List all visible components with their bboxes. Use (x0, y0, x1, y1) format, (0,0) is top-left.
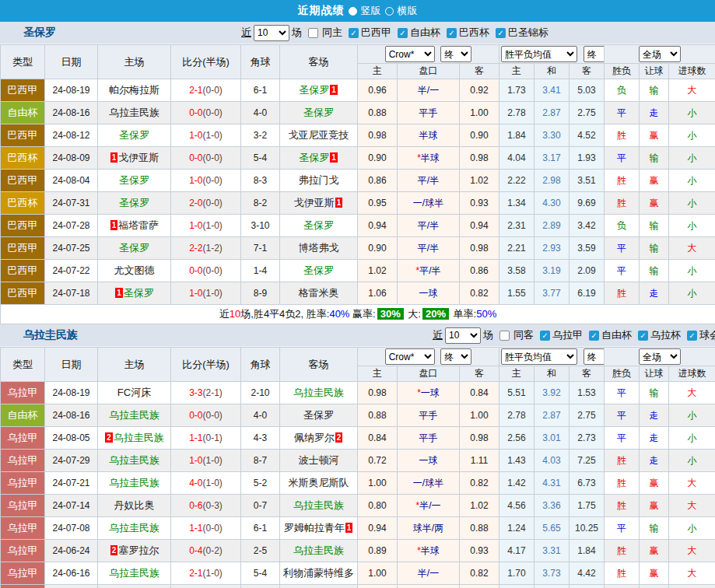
final-mean-select[interactable]: 终 (584, 46, 605, 62)
league-type-cell: 巴西杯 (1, 147, 45, 170)
team-name-link[interactable]: 乌拉圭民族 (293, 544, 344, 556)
league-checkbox[interactable]: ✓ (398, 28, 408, 38)
team-name-link[interactable]: 圣保罗 (303, 264, 334, 276)
col-header-away: 客场 (280, 348, 358, 382)
team-name-link[interactable]: 尤文图德 (114, 264, 155, 276)
mean-draw-cell: 4.30 (534, 192, 570, 215)
same-venue-label: 同客 (513, 328, 534, 342)
date-cell: 24-08-19 (45, 382, 98, 404)
team-name-link[interactable]: 乌拉圭民族 (114, 432, 164, 443)
team-name-link[interactable]: 弗拉门戈 (299, 174, 339, 186)
team-name-link[interactable]: 圣保罗 (119, 129, 149, 141)
league-checkbox[interactable]: ✓ (447, 28, 457, 38)
mean-odds-select[interactable]: 胜平负均值 (501, 348, 577, 365)
col-header-odds-home: 主 (358, 366, 398, 382)
results-table-nacional: 类型 日期 主场 比分(半场) 角球 客场 Crow* 终 胜平负均值 终 全场… (0, 347, 715, 588)
team-name-link[interactable]: 利物浦蒙特维多 (283, 567, 354, 579)
mean-away-cell: 3.59 (570, 237, 605, 260)
team-name-link[interactable]: 圣保罗 (299, 152, 329, 163)
team-name-link[interactable]: 罗姆帕拉青年 (284, 522, 345, 534)
match-count-select[interactable]: 10 (254, 25, 289, 41)
team-name-link[interactable]: 塞罗拉尔 (118, 544, 159, 556)
initial-handicap-star: * (415, 265, 419, 276)
date-cell: 24-06-24 (45, 540, 98, 562)
col-header-handicap-result: 让球 (640, 366, 669, 382)
team-name-link[interactable]: 乌拉圭民族 (109, 454, 159, 466)
goals-over-under-cell: 大 (669, 237, 715, 260)
same-venue-checkbox[interactable] (308, 28, 318, 38)
team-name-link[interactable]: 福塔雷萨 (118, 219, 159, 231)
col-header-handicap: 盘口 (398, 64, 460, 79)
match-scope-select[interactable]: 全场 (639, 46, 681, 62)
team-name-link[interactable]: 帕尔梅拉斯 (109, 84, 159, 96)
team-name-link[interactable]: 乌拉圭民族 (109, 522, 159, 534)
horizontal-layout-radio[interactable] (385, 7, 394, 16)
team-name-link[interactable]: 乌拉圭民族 (293, 499, 344, 511)
home-team-cell: 乌拉圭民族 (98, 472, 171, 495)
team-name-link[interactable]: 圣保罗 (299, 84, 329, 96)
score-cell: 0-0(0-0) (171, 147, 241, 170)
mean-home-cell: 5.53 (499, 585, 534, 588)
team-name-link[interactable]: 米斯奥尼斯队 (289, 477, 349, 488)
league-checkbox[interactable]: ✓ (349, 28, 359, 38)
handicap-result-cell: 走 (640, 427, 669, 450)
col-header-goals: 进球数 (669, 64, 715, 79)
team-name-link[interactable]: 乌拉圭民族 (109, 477, 159, 488)
league-checkbox[interactable]: ✓ (540, 331, 550, 341)
team-name-link[interactable]: 戈伊亚斯 (118, 152, 159, 163)
score-cell: 0-0(0-0) (171, 260, 241, 282)
handicap-result-cell: 输 (640, 237, 669, 260)
match-count-select[interactable]: 10 (445, 327, 481, 344)
team-name-link[interactable]: 波士顿河 (299, 454, 339, 466)
scope-select-group: 全场 (605, 348, 715, 366)
team-name-link[interactable]: 圣保罗 (119, 242, 149, 254)
team-name-link[interactable]: 乌拉圭民族 (109, 409, 159, 421)
league-checkbox[interactable]: ✓ (496, 28, 506, 38)
team-name-link[interactable]: 丹奴比奥 (114, 499, 155, 511)
result-cell: 平 (605, 260, 640, 282)
team-name-link[interactable]: 乌拉圭民族 (293, 387, 344, 398)
result-cell: 平 (605, 404, 640, 427)
team-name-link[interactable]: 格雷米奥 (299, 287, 339, 299)
away-odds-cell: 1.02 (460, 170, 499, 192)
handicap-result-cell: 走 (640, 450, 669, 472)
team-name-link[interactable]: 圣保罗 (124, 287, 154, 299)
team-name-link[interactable]: 乌拉圭民族 (109, 107, 159, 118)
match-scope-select[interactable]: 全场 (639, 348, 681, 365)
league-checkbox[interactable]: ✓ (687, 331, 697, 341)
team-name-link[interactable]: 圣保罗 (303, 107, 334, 118)
team-name-link[interactable]: 乌拉圭民族 (109, 567, 159, 579)
handicap-result-cell: 输 (640, 585, 669, 588)
league-checkbox[interactable]: ✓ (638, 331, 648, 341)
team-name-link[interactable]: FC河床 (117, 387, 151, 398)
team-name-link[interactable]: 圣保罗 (303, 409, 334, 421)
handicap-cell: *平/半 (398, 260, 460, 282)
mean-draw-cell: 3.36 (534, 495, 570, 517)
handicap-result-cell: 走 (640, 404, 669, 427)
date-cell: 24-07-28 (45, 215, 98, 237)
col-header-result: 胜负 (605, 366, 640, 382)
col-header-away: 客场 (280, 45, 358, 79)
final-mean-select[interactable]: 终 (584, 348, 605, 365)
bookmaker-select[interactable]: Crow* (385, 46, 435, 62)
vertical-layout-radio[interactable] (349, 7, 357, 16)
team-name-link[interactable]: 戈伊亚斯 (294, 197, 335, 208)
team-name-link[interactable]: 圣保罗 (119, 174, 149, 186)
mean-odds-select[interactable]: 胜平负均值 (501, 46, 577, 62)
team-name-link[interactable]: 圣保罗 (119, 197, 149, 208)
col-header-type: 类型 (1, 45, 45, 79)
mean-draw-cell: 2.93 (534, 237, 570, 260)
league-checkbox[interactable]: ✓ (589, 331, 599, 341)
section-bar-nacional: 乌拉圭民族 近 10 场 同客 ✓ 乌拉甲 ✓ 自由杯 ✓ 乌拉杯 ✓ 球会友谊 (0, 324, 715, 347)
match-row: 乌拉甲24-08-19FC河床3-3(2-1)2-10乌拉圭民族0.98*一球0… (1, 382, 715, 404)
home-team-cell: 圣保罗 (98, 170, 171, 192)
final-odds-select[interactable]: 终 (440, 348, 471, 365)
date-cell: 24-08-09 (45, 147, 98, 170)
team-name-link[interactable]: 佩纳罗尔 (294, 432, 335, 443)
team-name-link[interactable]: 博塔弗戈 (299, 242, 339, 254)
team-name-link[interactable]: 圣保罗 (303, 219, 334, 231)
final-odds-select[interactable]: 终 (440, 46, 471, 62)
same-venue-checkbox[interactable] (499, 331, 510, 341)
bookmaker-select[interactable]: Crow* (385, 348, 435, 365)
team-name-link[interactable]: 戈亚尼亚竞技 (289, 129, 349, 141)
